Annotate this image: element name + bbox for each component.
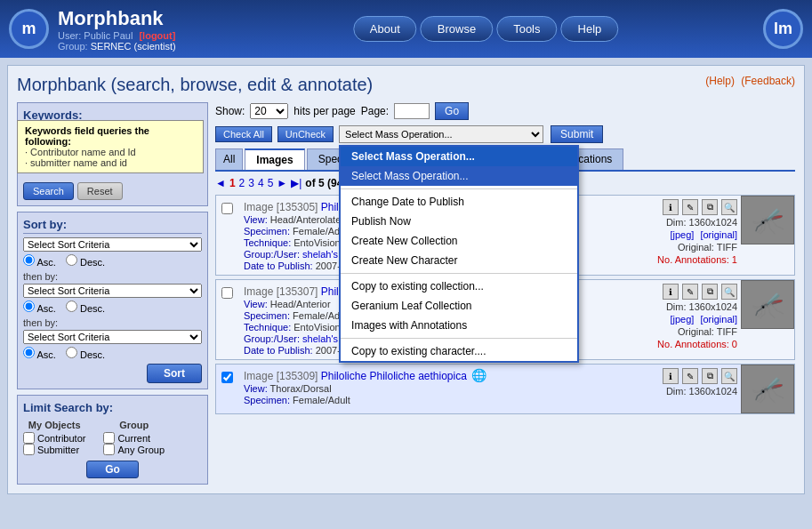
thumb-icon-2: 🦟: [752, 289, 784, 320]
submit-button[interactable]: Submit: [551, 125, 603, 143]
sort-criteria-3[interactable]: Select Sort Criteria: [23, 330, 202, 344]
image-thumb-3: 🦟: [741, 365, 794, 413]
desc-radio-1[interactable]: [66, 254, 77, 266]
group-col: Group Current Any Group: [103, 420, 165, 455]
dropdown-item-change-date[interactable]: Change Date to Publish: [341, 192, 577, 212]
nav-browse[interactable]: Browse: [421, 16, 493, 42]
desc-radio-2[interactable]: [66, 301, 77, 312]
logout-link[interactable]: [logout]: [139, 30, 175, 41]
show-go-button[interactable]: Go: [435, 102, 469, 120]
dropdown-item-select[interactable]: Select Mass Operation...: [341, 166, 577, 186]
reset-button[interactable]: Reset: [77, 182, 123, 200]
current-row: Current: [103, 432, 165, 444]
dropdown-item-copy-character[interactable]: Copy to existing character....: [341, 341, 577, 361]
nav-help[interactable]: Help: [561, 16, 619, 42]
search-icon-1[interactable]: 🔍: [721, 199, 737, 215]
limit-label: Limit Search by:: [23, 401, 202, 414]
hits-per-page-select[interactable]: 20 50 100: [250, 103, 288, 119]
info-icon-2[interactable]: ℹ: [663, 284, 679, 300]
image-checkbox-3: [216, 365, 238, 413]
help-link[interactable]: (Help): [705, 75, 735, 87]
page-label: Page:: [361, 105, 389, 117]
page-5[interactable]: 5: [268, 177, 274, 189]
main-area: (Help) (Feedback) Morphbank (search, bro…: [7, 65, 805, 494]
dropdown-item-copy-collection[interactable]: Copy to existing collection...: [341, 277, 577, 296]
copy-icon-1[interactable]: ⧉: [702, 199, 718, 215]
dropdown-item-create-collection[interactable]: Create New Collection: [341, 231, 577, 251]
info-icon-3[interactable]: ℹ: [663, 368, 679, 384]
dropdown-item-create-character[interactable]: Create New Character: [341, 251, 577, 270]
sort-criteria-2[interactable]: Select Sort Criteria: [23, 284, 202, 298]
page-end[interactable]: ▶|: [291, 177, 301, 189]
check-all-button[interactable]: Check All: [215, 126, 272, 142]
edit-icon-1[interactable]: ✎: [682, 199, 698, 215]
page-input[interactable]: [394, 103, 430, 119]
copy-icon-2[interactable]: ⧉: [702, 284, 718, 300]
edit-icon-2[interactable]: ✎: [682, 284, 698, 300]
contributor-row: Contributor: [23, 432, 85, 444]
tooltip-item-2: · submitter name and id: [25, 157, 127, 168]
image-info-3: Image [135309] Philoliche Philoliche aet…: [238, 365, 545, 413]
page-prev[interactable]: ◄: [215, 177, 226, 189]
page-1[interactable]: 1: [229, 177, 236, 189]
header-brand: Morphbank User: Public Paul [logout] Gro…: [58, 7, 176, 52]
search-icon-2[interactable]: 🔍: [721, 284, 737, 300]
header-right-logo: lm: [763, 9, 803, 49]
nav-tools[interactable]: Tools: [496, 16, 557, 42]
asc-desc-1: Asc. Desc.: [23, 254, 202, 268]
separator-2: [341, 273, 577, 274]
desc-radio-3[interactable]: [66, 347, 77, 358]
edit-icon-3[interactable]: ✎: [682, 368, 698, 384]
dropdown-item-geranium[interactable]: Geranium Leaf Collection: [341, 296, 577, 316]
image-specimen-3: Specimen: Female/Adult: [244, 395, 540, 405]
submitter-checkbox[interactable]: [23, 444, 35, 455]
search-button[interactable]: Search: [23, 182, 74, 200]
original-link-2[interactable]: [original]: [700, 314, 737, 325]
image-check-3[interactable]: [221, 372, 233, 383]
asc-radio-1[interactable]: [23, 254, 35, 266]
world-icon-3: 🌐: [471, 368, 486, 382]
asc-radio-3[interactable]: [23, 347, 35, 358]
page-next[interactable]: ►: [277, 177, 287, 189]
username: Public Paul: [84, 30, 133, 41]
dropdown-item-publish-now[interactable]: Publish Now: [341, 212, 577, 231]
page-2[interactable]: 2: [239, 177, 245, 189]
jpeg-link-1[interactable]: [jpeg]: [670, 229, 694, 240]
copy-icon-3[interactable]: ⧉: [702, 368, 718, 384]
nav-about[interactable]: About: [353, 16, 417, 42]
image-annotations-1: No. Annotations: 1: [657, 254, 737, 265]
keywords-tooltip: Keywords field queries the following: · …: [17, 120, 204, 173]
asc-radio-2[interactable]: [23, 301, 35, 312]
tab-images[interactable]: Images: [245, 148, 304, 170]
info-icon-1[interactable]: ℹ: [663, 199, 679, 215]
asc-desc-2: Asc. Desc.: [23, 301, 202, 314]
action-icons-2: ℹ ✎ ⧉ 🔍: [663, 284, 737, 300]
right-content: Show: 20 50 100 hits per page Page: Go C…: [215, 102, 795, 485]
feedback-link[interactable]: (Feedback): [741, 75, 795, 87]
separator-1: [341, 188, 577, 189]
dropdown-item-images-annotations[interactable]: Images with Annotations: [341, 316, 577, 335]
sort-button[interactable]: Sort: [147, 364, 202, 383]
search-row: Search Reset: [23, 182, 202, 200]
action-icons-3: ℹ ✎ ⧉ 🔍: [663, 368, 737, 384]
any-group-checkbox[interactable]: [103, 444, 115, 455]
contributor-checkbox[interactable]: [23, 432, 35, 444]
limit-section: Limit Search by: My Objects Contributor …: [17, 395, 208, 485]
mass-op-select[interactable]: Select Mass Operation...: [339, 125, 543, 143]
user-line: User: Public Paul [logout]: [58, 30, 176, 41]
page-3[interactable]: 3: [248, 177, 254, 189]
uncheck-button[interactable]: UnCheck: [277, 126, 334, 142]
image-check-2[interactable]: [221, 287, 233, 299]
current-checkbox[interactable]: [103, 432, 115, 444]
original-link-1[interactable]: [original]: [700, 229, 737, 240]
jpeg-link-2[interactable]: [jpeg]: [670, 314, 694, 325]
tab-all[interactable]: All: [215, 148, 243, 170]
page-4[interactable]: 4: [258, 177, 264, 189]
limit-go-button[interactable]: Go: [86, 461, 139, 478]
show-bar: Show: 20 50 100 hits per page Page: Go: [215, 102, 795, 120]
image-check-1[interactable]: [221, 203, 233, 214]
image-link-3[interactable]: Philoliche Philoliche aethiopica: [321, 370, 467, 382]
sort-criteria-1[interactable]: Select Sort Criteria: [23, 237, 202, 252]
then-by-1: then by:: [23, 271, 202, 282]
search-icon-3[interactable]: 🔍: [721, 368, 737, 384]
